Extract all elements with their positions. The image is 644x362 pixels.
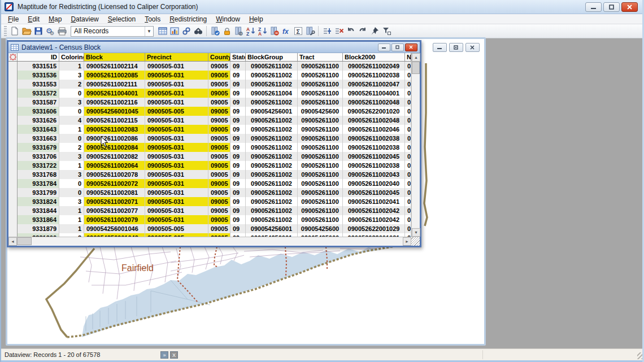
table-cell[interactable]: 9331879: [18, 224, 59, 233]
column-check-button[interactable]: [209, 25, 221, 37]
dataview-title-bar[interactable]: Dataview1 - Census Block: [8, 42, 420, 53]
dataview-close-button[interactable]: [405, 43, 417, 51]
close-button[interactable]: [621, 2, 638, 12]
table-cell[interactable]: 0: [59, 134, 84, 143]
table-cell[interactable]: 090052611002: [246, 62, 298, 71]
table-cell[interactable]: 1: [59, 161, 84, 170]
table-cell[interactable]: 09005261100: [298, 116, 343, 125]
table-cell[interactable]: 090052611002: [246, 197, 298, 206]
table-cell[interactable]: 0: [405, 116, 411, 125]
table-row[interactable]: 933178400900526110020720900505-031090050…: [8, 179, 411, 188]
filter-conditions-button[interactable]: [380, 25, 392, 37]
table-cell[interactable]: 09005: [208, 116, 230, 125]
table-cell[interactable]: 090054256001046: [84, 224, 145, 233]
column-header-n[interactable]: N: [405, 53, 411, 61]
table-cell[interactable]: 090052611002072: [84, 179, 145, 188]
scroll-track[interactable]: [32, 237, 403, 245]
table-cell[interactable]: 090052611002: [246, 215, 298, 224]
table-cell[interactable]: 9331722: [18, 161, 59, 170]
table-cell[interactable]: 090052611002041: [343, 197, 405, 206]
table-cell[interactable]: 0: [405, 80, 411, 89]
redo-button[interactable]: [356, 25, 368, 37]
record-selector[interactable]: [8, 152, 18, 161]
minimize-button[interactable]: [585, 2, 602, 12]
table-cell[interactable]: 090052611002085: [84, 71, 145, 80]
resize-grip[interactable]: [411, 237, 420, 246]
join-tables-button[interactable]: [321, 25, 333, 37]
table-cell[interactable]: 0: [59, 188, 84, 197]
table-cell[interactable]: 0900505-031: [145, 206, 208, 215]
table-cell[interactable]: 09: [230, 224, 246, 233]
table-dataview-button[interactable]: [156, 25, 168, 37]
table-cell[interactable]: 090052611002083: [84, 125, 145, 134]
table-cell[interactable]: 09: [230, 179, 246, 188]
table-row[interactable]: 933167920900526110020840900505-031090050…: [8, 143, 411, 152]
column-hide-button[interactable]: [268, 25, 280, 37]
table-cell[interactable]: 090052611002: [246, 116, 298, 125]
table-cell[interactable]: 09005: [208, 215, 230, 224]
table-cell[interactable]: 9331572: [18, 89, 59, 98]
table-cell[interactable]: 0900505-005: [145, 224, 208, 233]
record-selector[interactable]: [8, 215, 18, 224]
map-chart-button[interactable]: [168, 25, 180, 37]
table-cell[interactable]: 090052611002038: [343, 161, 405, 170]
table-cell[interactable]: 090052611002043: [343, 170, 405, 179]
table-cell[interactable]: 090052611002048: [343, 98, 405, 107]
window-resize-grip[interactable]: [637, 352, 644, 359]
menu-edit[interactable]: Edit: [23, 15, 44, 24]
table-cell[interactable]: 3: [59, 170, 84, 179]
column-header-precinct[interactable]: Precinct: [145, 53, 208, 61]
menu-dataview[interactable]: Dataview: [66, 15, 103, 24]
statistics-sigma-button[interactable]: Σ: [292, 25, 304, 37]
table-cell[interactable]: 090052611004001: [84, 89, 145, 98]
sort-descending-button[interactable]: ZA: [256, 25, 268, 37]
table-cell[interactable]: 090052611002086: [84, 134, 145, 143]
table-cell[interactable]: 9331864: [18, 215, 59, 224]
column-header-county[interactable]: County: [208, 53, 230, 61]
table-row[interactable]: 933157200900526110040010900505-031090050…: [8, 89, 411, 98]
table-cell[interactable]: 09: [230, 215, 246, 224]
table-cell[interactable]: 09: [230, 116, 246, 125]
table-cell[interactable]: 1: [59, 215, 84, 224]
table-cell[interactable]: 090052611002084: [84, 143, 145, 152]
table-cell[interactable]: 09005: [208, 224, 230, 233]
table-cell[interactable]: 9331784: [18, 179, 59, 188]
table-cell[interactable]: 090052611002079: [84, 215, 145, 224]
table-cell[interactable]: 09005261100: [298, 188, 343, 197]
column-header-id[interactable]: ID: [18, 53, 59, 61]
table-cell[interactable]: 090054256001: [246, 224, 298, 233]
pin-button[interactable]: [368, 25, 380, 37]
table-cell[interactable]: 090054256001045: [84, 107, 145, 116]
table-cell[interactable]: 0: [59, 107, 84, 116]
table-cell[interactable]: 090052611002: [246, 152, 298, 161]
table-cell[interactable]: 0: [59, 89, 84, 98]
table-row[interactable]: 933182430900526110020710900505-031090050…: [8, 197, 411, 206]
table-cell[interactable]: 09005: [208, 134, 230, 143]
table-cell[interactable]: 090052611002042: [343, 206, 405, 215]
table-cell[interactable]: 09005: [208, 170, 230, 179]
table-cell[interactable]: 0900505-005: [145, 107, 208, 116]
table-cell[interactable]: 0900505-031: [145, 170, 208, 179]
table-cell[interactable]: 9331768: [18, 170, 59, 179]
table-cell[interactable]: 9331706: [18, 152, 59, 161]
scroll-right-button[interactable]: ►: [403, 237, 411, 246]
table-cell[interactable]: 9331844: [18, 206, 59, 215]
table-row[interactable]: 933172210900526110020640900505-031090050…: [8, 161, 411, 170]
table-cell[interactable]: 09: [230, 80, 246, 89]
table-cell[interactable]: 09005: [208, 197, 230, 206]
table-cell[interactable]: 09: [230, 197, 246, 206]
scroll-up-button[interactable]: ▲: [412, 53, 420, 62]
table-cell[interactable]: 0: [405, 188, 411, 197]
table-cell[interactable]: 09005261100: [298, 89, 343, 98]
record-selector[interactable]: [8, 62, 18, 71]
table-cell[interactable]: 09: [230, 170, 246, 179]
table-cell[interactable]: 0: [405, 179, 411, 188]
table-cell[interactable]: 090052611002082: [84, 152, 145, 161]
table-cell[interactable]: 09: [230, 134, 246, 143]
table-cell[interactable]: 0900505-031: [145, 116, 208, 125]
record-selector[interactable]: [8, 143, 18, 152]
table-cell[interactable]: 1: [59, 125, 84, 134]
table-cell[interactable]: 0: [405, 71, 411, 80]
record-selector[interactable]: [8, 89, 18, 98]
record-selector[interactable]: [8, 179, 18, 188]
